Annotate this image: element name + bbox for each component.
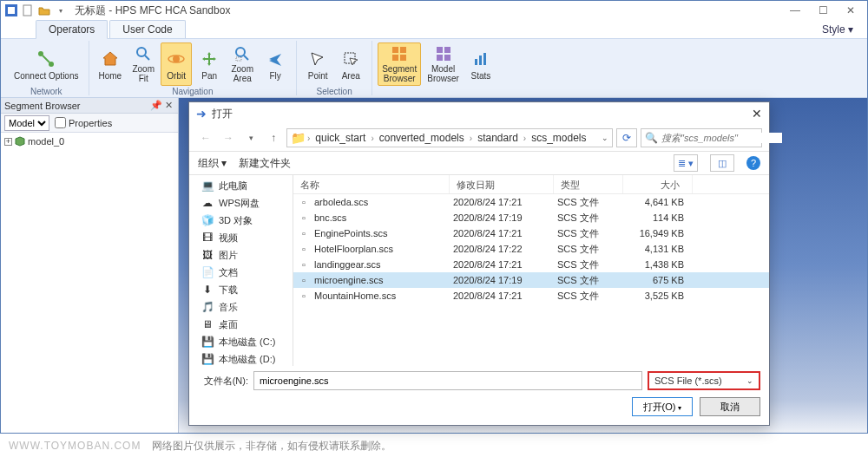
column-headers[interactable]: 名称 修改日期 类型 大小 [293,175,769,194]
place-item[interactable]: ☁WPS网盘 [189,194,293,212]
svg-point-10 [236,48,245,56]
doc-icon: 📄 [201,266,214,278]
close-button[interactable]: ✕ [845,4,857,16]
view-mode-button[interactable]: ≣ ▾ [674,154,698,172]
tab-usercode[interactable]: User Code [109,20,185,38]
fly-button[interactable]: Fly [260,42,291,86]
refresh-button[interactable]: ⟳ [616,128,637,147]
segment-browser-panel: Segment Browser 📌 ✕ Model Properties + [1,98,179,433]
crumb-dropdown-icon[interactable]: ⌄ [602,134,608,142]
file-icon: ▫ [297,212,311,224]
ribbon: Connect Options Network Home Zoom Fit Or… [1,39,867,98]
file-row[interactable]: ▫arboleda.scs2020/8/24 17:21SCS 文件4,641 … [293,194,769,210]
file-row[interactable]: ▫landinggear.scs2020/8/24 17:21SCS 文件1,4… [293,257,769,272]
search-box[interactable]: 🔍 [641,128,762,147]
tab-operators[interactable]: Operators [36,20,108,39]
pan-icon [199,49,220,69]
cancel-button[interactable]: 取消 [700,397,760,416]
col-name[interactable]: 名称 [293,175,450,193]
new-icon[interactable] [21,3,35,17]
svg-line-11 [244,55,248,60]
pan-button[interactable]: Pan [194,42,225,86]
ribbon-tabbar: Operators User Code Style ▾ [1,20,867,39]
segment-browser-icon [389,45,410,62]
disk-icon: 💾 [201,336,214,348]
area-button[interactable]: Area [335,42,366,86]
search-input[interactable] [661,133,782,143]
file-icon: ▫ [297,290,311,302]
style-dropdown[interactable]: Style ▾ [817,21,858,38]
file-icon: ▫ [297,196,311,208]
model-browser-button[interactable]: Model Browser [423,42,464,86]
col-type[interactable]: 类型 [554,175,623,193]
dialog-close-button[interactable]: ✕ [752,107,762,121]
new-folder-button[interactable]: 新建文件夹 [239,156,291,171]
col-size[interactable]: 大小 [623,175,693,193]
place-item[interactable]: 💻此电脑 [189,177,293,194]
zoom-area-button[interactable]: Zoom Area [227,42,258,86]
minimize-button[interactable]: — [789,4,801,16]
place-item[interactable]: 🎵音乐 [189,298,293,316]
file-row[interactable]: ▫EnginePoints.scs2020/8/24 17:21SCS 文件16… [293,225,769,241]
maximize-button[interactable]: ☐ [817,4,829,16]
place-item[interactable]: 🖼图片 [189,246,293,264]
segment-browser-title: Segment Browser [4,101,80,111]
panel-close-icon[interactable]: ✕ [162,100,174,111]
nav-back-button[interactable]: ← [196,128,215,147]
zoom-fit-button[interactable]: Zoom Fit [128,42,159,86]
pc-icon: 💻 [201,180,214,192]
svg-line-5 [43,55,49,62]
nav-recent-dropdown[interactable]: ▾ [241,128,260,147]
expand-icon[interactable]: + [4,138,12,146]
place-item[interactable]: 📄文档 [189,264,293,281]
tree-node[interactable]: + model_0 [4,136,174,147]
area-icon [340,49,361,69]
pin-icon[interactable]: 📌 [150,100,162,111]
ribbon-group-browsers: Segment Browser Model Browser Stats [372,41,502,95]
file-row[interactable]: ▫HotelFloorplan.scs2020/8/24 17:22SCS 文件… [293,241,769,257]
crumb[interactable]: scs_models [528,132,589,144]
file-row[interactable]: ▫MountainHome.scs2020/8/24 17:21SCS 文件3,… [293,288,769,304]
place-item[interactable]: 🖥桌面 [189,316,293,333]
places-sidebar[interactable]: 💻此电脑☁WPS网盘🧊3D 对象🎞视频🖼图片📄文档⬇下载🎵音乐🖥桌面💾本地磁盘 … [189,175,293,366]
place-item[interactable]: 🎞视频 [189,229,293,246]
breadcrumb-bar[interactable]: 📁 › quick_start› converted_models› stand… [286,128,613,147]
segment-browser-button[interactable]: Segment Browser [378,42,421,86]
orbit-icon [166,49,187,69]
svg-rect-20 [437,55,443,61]
svg-rect-18 [437,47,443,53]
cube-icon: 🧊 [201,214,214,226]
preview-pane-button[interactable]: ◫ [710,154,734,172]
nav-forward-button[interactable]: → [219,128,238,147]
filename-label: 文件名(N): [198,375,248,388]
crumb[interactable]: converted_models [376,132,468,144]
file-icon: ▫ [297,274,311,286]
file-row[interactable]: ▫microengine.scs2020/8/24 17:19SCS 文件675… [293,272,769,288]
stats-button[interactable]: Stats [465,42,496,86]
properties-checkbox[interactable]: Properties [55,117,112,128]
open-icon[interactable] [37,3,51,17]
place-item[interactable]: 💾本地磁盘 (D:) [189,350,293,366]
open-button[interactable]: 打开(O) ▾ [632,397,693,416]
segment-tree[interactable]: + model_0 [1,133,178,433]
connect-options-button[interactable]: Connect Options [10,42,83,86]
home-button[interactable]: Home [95,42,127,86]
point-button[interactable]: Point [302,42,333,86]
filename-input[interactable] [253,371,642,390]
nav-up-button[interactable]: ↑ [264,128,283,147]
crumb[interactable]: standard [474,132,522,144]
filetype-dropdown[interactable]: SCS File (*.scs) ⌄ [648,371,760,390]
file-row[interactable]: ▫bnc.scs2020/8/24 17:19SCS 文件114 KB [293,210,769,225]
svg-rect-24 [483,53,486,65]
organize-button[interactable]: 组织 ▾ [198,156,227,171]
svg-rect-12 [236,57,241,61]
orbit-button[interactable]: Orbit [161,42,192,86]
model-mode-select[interactable]: Model [4,115,49,131]
col-date[interactable]: 修改日期 [450,175,554,193]
help-button[interactable]: ? [746,156,760,170]
crumb[interactable]: quick_start [312,132,369,144]
place-item[interactable]: 💾本地磁盘 (C:) [189,333,293,350]
place-item[interactable]: ⬇下载 [189,281,293,298]
place-item[interactable]: 🧊3D 对象 [189,212,293,229]
qat-dropdown-icon[interactable]: ▾ [54,3,68,17]
